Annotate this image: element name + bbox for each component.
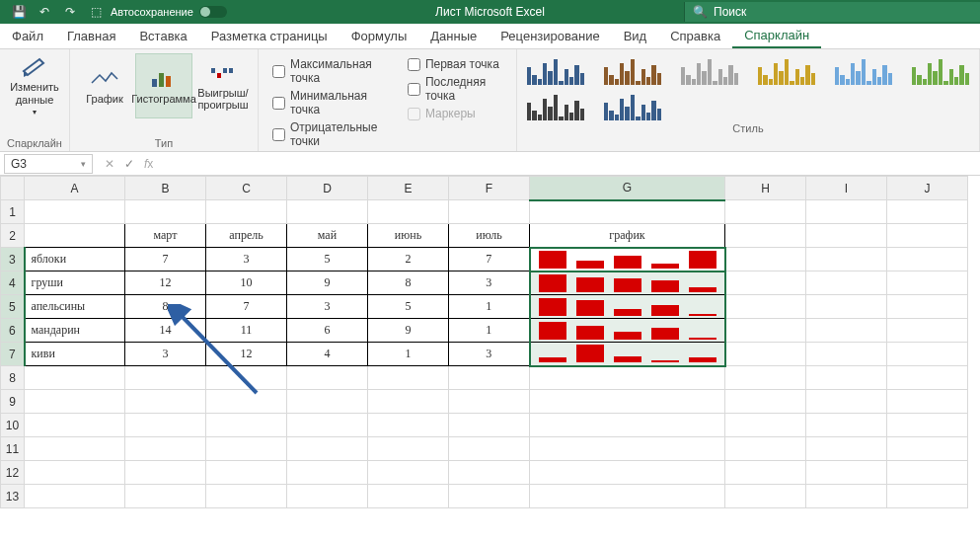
col-header-G[interactable]: G — [530, 177, 725, 200]
tab-спарклайн[interactable]: Спарклайн — [732, 24, 821, 48]
cell-G5[interactable] — [530, 295, 725, 319]
cell-C3[interactable]: 3 — [206, 248, 287, 272]
col-header-E[interactable]: E — [368, 177, 449, 200]
cell-G8[interactable] — [530, 366, 725, 390]
cell-J5[interactable] — [887, 295, 968, 319]
cell-A6[interactable]: мандарин — [25, 319, 125, 343]
cell-A5[interactable]: апельсины — [25, 295, 125, 319]
cell-E2[interactable]: июнь — [368, 224, 449, 248]
switch-icon[interactable] — [199, 6, 227, 18]
cell-B9[interactable] — [125, 390, 206, 414]
cell-I3[interactable] — [806, 248, 887, 272]
cell-H1[interactable] — [725, 200, 806, 224]
cell-E8[interactable] — [368, 366, 449, 390]
cell-D8[interactable] — [287, 366, 368, 390]
cell-D2[interactable]: май — [287, 224, 368, 248]
cell-F6[interactable]: 1 — [449, 319, 530, 343]
type-winloss-button[interactable]: Выигрыш/ проигрыш — [194, 53, 252, 118]
cell-I10[interactable] — [806, 414, 887, 437]
cell-G9[interactable] — [530, 390, 725, 414]
chk-max[interactable]: Максимальная точка — [272, 57, 390, 85]
row-header-8[interactable]: 8 — [1, 366, 25, 390]
cell-D7[interactable]: 4 — [287, 343, 368, 366]
cell-E3[interactable]: 2 — [368, 248, 449, 272]
cell-F3[interactable]: 7 — [449, 248, 530, 272]
col-header-B[interactable]: B — [125, 177, 206, 200]
row-header-13[interactable]: 13 — [1, 485, 25, 508]
cell-D11[interactable] — [287, 437, 368, 461]
col-header-H[interactable]: H — [725, 177, 806, 200]
cell-D10[interactable] — [287, 414, 368, 437]
style-item[interactable] — [527, 91, 584, 120]
cell-G2[interactable]: график — [530, 224, 725, 248]
cell-A2[interactable] — [25, 224, 125, 248]
style-item[interactable] — [835, 55, 892, 85]
spreadsheet-grid[interactable]: ABCDEFGHIJ12мартапрельмайиюньиюльграфик3… — [0, 176, 968, 508]
tab-рецензирование[interactable]: Рецензирование — [489, 24, 611, 48]
cell-D4[interactable]: 9 — [287, 272, 368, 295]
cell-B2[interactable]: март — [125, 224, 206, 248]
cell-C4[interactable]: 10 — [206, 272, 287, 295]
cell-I5[interactable] — [806, 295, 887, 319]
cell-B12[interactable] — [125, 461, 206, 485]
touch-icon[interactable]: ⬚ — [89, 5, 103, 19]
cell-I4[interactable] — [806, 272, 887, 295]
cell-H10[interactable] — [725, 414, 806, 437]
cell-F12[interactable] — [449, 461, 530, 485]
cell-C2[interactable]: апрель — [206, 224, 287, 248]
tab-главная[interactable]: Главная — [55, 24, 127, 48]
col-header-I[interactable]: I — [806, 177, 887, 200]
cell-A1[interactable] — [25, 200, 125, 224]
cell-E4[interactable]: 8 — [368, 272, 449, 295]
chk-last[interactable]: Последняя точка — [408, 75, 502, 103]
cell-G4[interactable] — [530, 272, 725, 295]
cell-J10[interactable] — [887, 414, 968, 437]
type-column-button[interactable]: Гистограмма — [135, 53, 192, 118]
cell-H2[interactable] — [725, 224, 806, 248]
cell-F7[interactable]: 3 — [449, 343, 530, 366]
row-header-12[interactable]: 12 — [1, 461, 25, 485]
cell-C12[interactable] — [206, 461, 287, 485]
cell-J9[interactable] — [887, 390, 968, 414]
cell-I1[interactable] — [806, 200, 887, 224]
row-header-3[interactable]: 3 — [1, 248, 25, 272]
formula-input[interactable] — [161, 154, 980, 174]
cell-A3[interactable]: яблоки — [25, 248, 125, 272]
row-header-5[interactable]: 5 — [1, 295, 25, 319]
cell-H4[interactable] — [725, 272, 806, 295]
style-item[interactable] — [527, 55, 584, 85]
cell-A8[interactable] — [25, 366, 125, 390]
cell-B8[interactable] — [125, 366, 206, 390]
cell-G3[interactable] — [530, 248, 725, 272]
cell-E7[interactable]: 1 — [368, 343, 449, 366]
row-header-1[interactable]: 1 — [1, 200, 25, 224]
cell-D6[interactable]: 6 — [287, 319, 368, 343]
cell-E10[interactable] — [368, 414, 449, 437]
row-header-11[interactable]: 11 — [1, 437, 25, 461]
tab-вставка[interactable]: Вставка — [127, 24, 198, 48]
cell-J12[interactable] — [887, 461, 968, 485]
cell-B11[interactable] — [125, 437, 206, 461]
cell-B6[interactable]: 14 — [125, 319, 206, 343]
cell-F1[interactable] — [449, 200, 530, 224]
cell-H11[interactable] — [725, 437, 806, 461]
cell-G12[interactable] — [530, 461, 725, 485]
cell-H3[interactable] — [725, 248, 806, 272]
cell-C1[interactable] — [206, 200, 287, 224]
cell-D5[interactable]: 3 — [287, 295, 368, 319]
row-header-6[interactable]: 6 — [1, 319, 25, 343]
chk-neg[interactable]: Отрицательные точки — [272, 120, 390, 148]
cell-H7[interactable] — [725, 343, 806, 366]
type-line-button[interactable]: График — [76, 53, 133, 118]
cell-I8[interactable] — [806, 366, 887, 390]
cell-I13[interactable] — [806, 485, 887, 508]
cell-A13[interactable] — [25, 485, 125, 508]
tab-вид[interactable]: Вид — [612, 24, 659, 48]
cell-F4[interactable]: 3 — [449, 272, 530, 295]
edit-data-button[interactable]: Изменить данные ▾ — [6, 53, 63, 118]
cell-H12[interactable] — [725, 461, 806, 485]
cell-F2[interactable]: июль — [449, 224, 530, 248]
cell-F8[interactable] — [449, 366, 530, 390]
cell-I7[interactable] — [806, 343, 887, 366]
tab-формулы[interactable]: Формулы — [339, 24, 419, 48]
